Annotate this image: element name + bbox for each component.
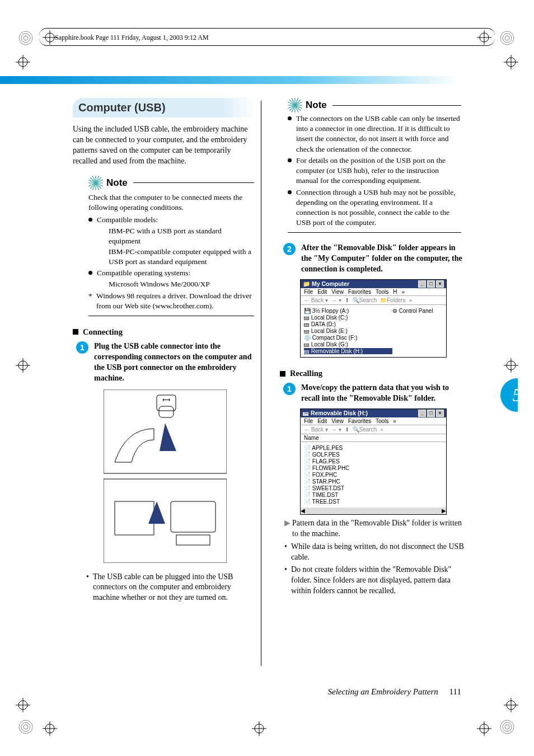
bullet-icon — [288, 158, 292, 162]
crosshair-icon — [504, 698, 518, 712]
crosshair-icon — [504, 358, 518, 373]
square-bullet-icon — [280, 371, 285, 377]
bullet-icon — [88, 271, 92, 275]
crosshair-icon — [504, 55, 518, 69]
result-note: Pattern data in the "Removable Disk" fol… — [292, 518, 465, 539]
svg-rect-60 — [176, 535, 210, 545]
registration-spiral-icon — [499, 30, 516, 47]
svg-point-7 — [21, 722, 30, 731]
svg-rect-59 — [171, 501, 216, 532]
drive-list: 💾 3½ Floppy (A:) 🖴 Local Disk (C:) 🖴 DAT… — [301, 305, 446, 357]
svg-rect-57 — [104, 479, 227, 563]
recalling-heading: Recalling — [290, 369, 322, 378]
note-rule-icon — [332, 105, 461, 106]
crosshair-icon — [477, 721, 491, 736]
note-item: For details on the position of the USB p… — [296, 156, 461, 186]
step-number-icon: 2 — [283, 243, 296, 255]
window-title: Removable Disk (H:) — [311, 410, 368, 416]
header-frame — [39, 28, 495, 46]
note-starburst-icon — [288, 98, 302, 112]
note-item: The connectors on the USB cable can only… — [296, 114, 461, 154]
removable-disk-window: 🖴 Removable Disk (H:) _□× FileEditViewFa… — [300, 408, 447, 515]
menubar: FileEditViewFavoritesToolsH» — [301, 288, 446, 296]
compat-models-label: Compatible models: — [97, 215, 158, 225]
compat-models-text: IBM-PC-compatible computer equipped with… — [109, 247, 254, 267]
note-rule-icon — [133, 182, 254, 183]
note-label: Note — [306, 100, 327, 111]
note-item: Connection through a USB hub may not be … — [296, 187, 461, 228]
asterisk-icon: * — [88, 291, 96, 301]
file-list: 📄 APPLE.PES 📄 GOLF.PES 📄 FLAG.PES 📄 FLOW… — [301, 442, 446, 508]
svg-rect-56 — [159, 406, 174, 417]
win98-note: Windows 98 requires a driver. Download t… — [96, 291, 254, 311]
registration-spiral-icon — [499, 719, 516, 736]
registration-spiral-icon — [18, 719, 35, 736]
svg-point-5 — [505, 36, 509, 40]
compat-models-text: IBM-PC with a USB port as standard equip… — [109, 226, 254, 246]
crosshair-icon — [16, 55, 30, 69]
note-label: Note — [106, 177, 128, 189]
minimize-icon: _ — [418, 410, 426, 417]
bullet-icon — [88, 218, 92, 222]
connecting-heading: Connecting — [83, 327, 123, 337]
caution-note: Do not create folders within the "Remova… — [291, 565, 465, 597]
crosshair-icon — [16, 698, 30, 712]
step-text: Plug the USB cable connector into the co… — [94, 341, 257, 384]
intro-text: Using the included USB cable, the embroi… — [73, 124, 257, 167]
note-starburst-icon — [88, 176, 103, 190]
note-block: Note Check that the computer to be conne… — [88, 176, 254, 316]
svg-point-8 — [24, 725, 28, 729]
svg-text:⟷: ⟷ — [162, 397, 170, 403]
bullet-dot-icon: • — [86, 572, 93, 583]
close-icon: × — [436, 410, 444, 417]
square-bullet-icon — [73, 329, 78, 335]
footer: Selecting an Embroidery Pattern 111 — [328, 687, 461, 697]
bullet-icon — [288, 116, 292, 120]
crosshair-icon — [16, 358, 30, 373]
triangle-bullet-icon: ▶ — [284, 518, 292, 529]
note-text: Check that the computer to be connected … — [88, 192, 254, 213]
close-icon: × — [436, 280, 444, 288]
my-computer-window: 📁 My Computer _□× FileEditViewFavoritesT… — [300, 279, 447, 358]
svg-point-11 — [505, 725, 509, 729]
scrollbar: ◀▶ — [301, 508, 446, 514]
minimize-icon: _ — [418, 280, 426, 288]
svg-point-1 — [21, 34, 30, 43]
maximize-icon: □ — [427, 280, 435, 288]
step-text: Move/copy the pattern data that you wish… — [301, 383, 465, 404]
footer-section: Selecting an Embroidery Pattern — [328, 687, 438, 696]
crosshair-icon — [252, 721, 266, 736]
svg-rect-58 — [115, 501, 154, 535]
bullet-dot-icon: • — [284, 565, 291, 575]
left-column: Computer (USB) Using the included USB ca… — [73, 98, 257, 605]
usb-connection-illustration: ⟷ — [104, 389, 227, 563]
compat-os-text: Microsoft Windows Me/2000/XP — [109, 279, 254, 289]
registration-spiral-icon — [18, 30, 35, 47]
note-rule-icon — [288, 232, 461, 233]
crosshair-icon — [43, 721, 57, 736]
blue-header-band — [0, 76, 459, 84]
toolbar: ← Back ▾→ ▾⬆ 🔍Search📁Folders» — [301, 296, 446, 305]
menubar: FileEditViewFavoritesTools» — [301, 417, 446, 425]
svg-point-4 — [503, 34, 512, 43]
compat-os-label: Compatible operating systems: — [97, 268, 190, 278]
bullet-icon — [288, 190, 292, 194]
svg-point-2 — [24, 36, 28, 40]
maximize-icon: □ — [427, 410, 435, 417]
note-rule-icon — [88, 316, 254, 316]
svg-point-10 — [503, 722, 512, 731]
caution-note: While data is being written, do not disc… — [291, 542, 465, 563]
column-header: Name — [301, 434, 446, 442]
toolbar: ← Back ▾→ ▾⬆ 🔍Search» — [301, 425, 446, 434]
step-number-icon: 1 — [283, 383, 296, 395]
page-number: 111 — [449, 687, 461, 696]
usb-plug-note: The USB cable can be plugged into the US… — [93, 572, 257, 604]
section-heading: Computer (USB) — [73, 98, 257, 118]
bullet-dot-icon: • — [284, 542, 291, 552]
right-column: Note The connectors on the USB cable can… — [280, 98, 465, 605]
step-number-icon: 1 — [76, 341, 88, 354]
step-text: After the "Removable Disk" folder appear… — [301, 243, 465, 275]
chapter-tab: 5 — [500, 378, 534, 412]
window-title: My Computer — [312, 280, 349, 287]
